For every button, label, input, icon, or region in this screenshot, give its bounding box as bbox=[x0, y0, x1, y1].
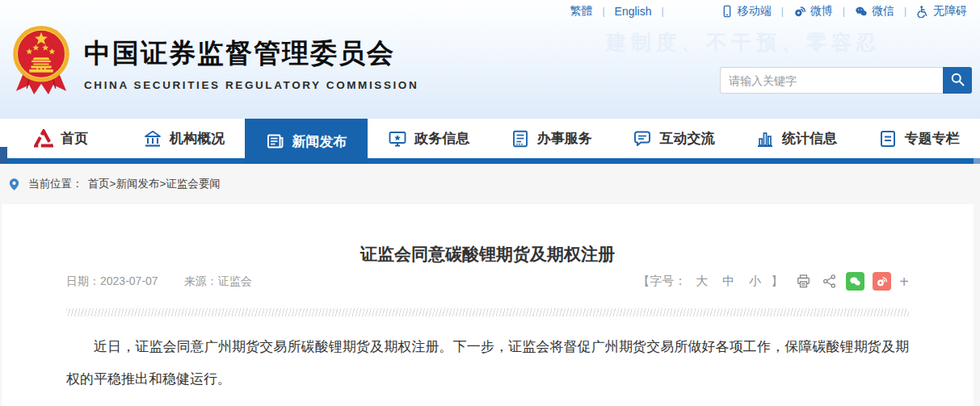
share-icon[interactable] bbox=[820, 273, 838, 291]
national-emblem-logo bbox=[11, 23, 71, 100]
font-size-medium[interactable]: 中 bbox=[721, 274, 736, 289]
wechat-share-icon[interactable] bbox=[846, 272, 864, 291]
site-header: 繁體|English|移动端|微博|微信|无障碍 bbox=[0, 0, 980, 119]
search-icon bbox=[949, 71, 965, 90]
article-date: 日期：2023-07-07 bbox=[66, 274, 158, 289]
nav-item-special-topics[interactable]: 专题专栏 bbox=[857, 119, 980, 158]
nav-item-about[interactable]: 机构概况 bbox=[123, 119, 246, 158]
site-branding: 中国证券监督管理委员会 CHINA SECURITIES REGULATORY … bbox=[84, 36, 418, 91]
weibo-icon bbox=[793, 5, 806, 18]
main-nav: 首页机构概况新闻发布政务信息办事服务互动交流统计信息专题专栏 bbox=[0, 119, 980, 164]
article-source: 来源：证监会 bbox=[184, 274, 252, 289]
phone-icon bbox=[721, 5, 734, 18]
topbar-link-english[interactable]: English bbox=[615, 5, 652, 18]
wechat-icon bbox=[855, 5, 868, 18]
news-icon bbox=[266, 132, 285, 151]
accessibility-icon bbox=[916, 5, 929, 18]
hatched-divider bbox=[66, 308, 909, 316]
doc-list-icon bbox=[511, 129, 530, 149]
search-box bbox=[720, 67, 972, 94]
site-title: 中国证券监督管理委员会 bbox=[84, 36, 418, 72]
site-subtitle: CHINA SECURITIES REGULATORY COMMISSION bbox=[84, 79, 418, 91]
article-meta: 日期：2023-07-07 来源：证监会 bbox=[66, 274, 252, 289]
bank-icon bbox=[143, 129, 162, 149]
topbar-link-mobile[interactable]: 移动端 bbox=[721, 4, 772, 19]
nav-item-home[interactable]: 首页 bbox=[0, 119, 123, 158]
font-size-small[interactable]: 小 bbox=[747, 274, 763, 289]
topbar-link-weibo[interactable]: 微博 bbox=[793, 4, 833, 19]
search-button[interactable] bbox=[943, 67, 972, 94]
nav-item-news[interactable]: 新闻发布 bbox=[245, 119, 368, 164]
search-input[interactable] bbox=[720, 67, 943, 94]
weibo-share-icon[interactable] bbox=[873, 272, 891, 291]
article-tools: 【字号： 大中小 】 + bbox=[637, 272, 909, 291]
font-size-prefix: 【字号： bbox=[637, 274, 686, 289]
chat-icon bbox=[633, 129, 652, 149]
breadcrumb-path[interactable]: 首页>新闻发布>证监会要闻 bbox=[88, 177, 221, 191]
topbar-link-traditional-chinese[interactable]: 繁體 bbox=[570, 4, 592, 19]
utility-bar: 繁體|English|移动端|微博|微信|无障碍 bbox=[570, 4, 967, 19]
location-pin-icon bbox=[7, 178, 21, 191]
font-size-suffix: 】 bbox=[771, 274, 783, 289]
slogan-watermark: 建制度、不干预、零容忍 bbox=[606, 29, 881, 56]
print-icon[interactable] bbox=[794, 273, 812, 291]
doc-icon bbox=[878, 129, 898, 149]
article-title: 证监会同意碳酸锂期货及期权注册 bbox=[66, 204, 909, 266]
csrc-logo-icon bbox=[34, 129, 53, 149]
nav-item-gov-info[interactable]: 政务信息 bbox=[368, 119, 490, 158]
article-meta-row: 日期：2023-07-07 来源：证监会 【字号： 大中小 】 + bbox=[66, 272, 909, 291]
bar-chart-icon bbox=[755, 129, 775, 149]
scrollbar-corner bbox=[974, 158, 980, 164]
font-size-large[interactable]: 大 bbox=[694, 274, 709, 289]
nav-item-statistics[interactable]: 统计信息 bbox=[735, 119, 858, 158]
topbar-link-accessibility[interactable]: 无障碍 bbox=[916, 4, 967, 19]
separator: | bbox=[904, 6, 906, 17]
separator: | bbox=[843, 6, 845, 17]
separator: | bbox=[781, 6, 784, 17]
separator: | bbox=[602, 6, 604, 17]
nav-item-services[interactable]: 办事服务 bbox=[490, 119, 613, 158]
article-body: 近日，证监会同意广州期货交易所碳酸锂期货及期权注册。下一步，证监会将督促广州期货… bbox=[66, 331, 909, 396]
nav-item-interaction[interactable]: 互动交流 bbox=[612, 119, 735, 158]
topbar-link-wechat[interactable]: 微信 bbox=[855, 4, 894, 19]
monitor-icon bbox=[388, 129, 407, 149]
article-container: 证监会同意碳酸锂期货及期权注册 日期：2023-07-07 来源：证监会 【字号… bbox=[2, 204, 974, 406]
breadcrumb-prefix: 当前位置： bbox=[28, 177, 83, 191]
breadcrumb: 当前位置： 首页>新闻发布>证监会要闻 bbox=[0, 164, 980, 204]
separator: | bbox=[662, 6, 664, 17]
left-edge-accent bbox=[0, 147, 7, 164]
nav-bottom-strip bbox=[0, 158, 980, 164]
plus-icon[interactable]: + bbox=[899, 274, 909, 290]
